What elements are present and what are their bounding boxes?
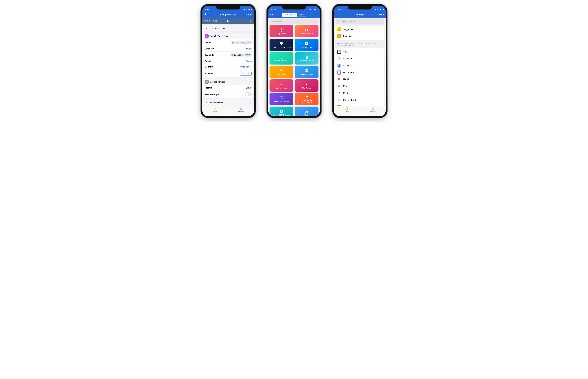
token-current-song[interactable]: 🎵 Current SongTitle: [231, 41, 252, 44]
bookmark-icon: [305, 82, 309, 86]
action-choose-from-list[interactable]: Choose from List ✕ Prompt Songs Select M…: [203, 79, 253, 98]
param-results[interactable]: Results Songs: [205, 58, 253, 64]
signal-icon: [374, 9, 376, 10]
action-search-itunes[interactable]: ★ Search iTunes Store ✕ Search 🎵 Current…: [203, 33, 253, 77]
add-workflow-button[interactable]: +: [316, 13, 318, 17]
seg-gallery[interactable]: Gallery: [297, 13, 306, 16]
list-row-scripting[interactable]: ⚙️Scripting›: [335, 104, 384, 106]
chevron-right-icon: ›: [382, 85, 382, 88]
star-icon: [279, 69, 283, 73]
list-row-documents[interactable]: 📄Documents›: [335, 69, 384, 76]
globe-icon: [279, 55, 283, 59]
list-row-calendar[interactable]: 📅Calendar›: [335, 55, 384, 62]
gear-icon: ⚙️: [337, 105, 341, 106]
undo-button[interactable]: Undo: [204, 19, 210, 22]
list-label: Suggested: [343, 28, 380, 31]
tab-workflow[interactable]: ☰ Workflow: [228, 106, 254, 113]
workflow-tile[interactable]: Workflow Timers: [295, 66, 319, 78]
redo-button[interactable]: Redo: [212, 19, 217, 22]
apps-icon: [337, 50, 341, 54]
wifi-icon: [245, 9, 247, 10]
workflow-tile[interactable]: Club Timers: [270, 66, 294, 78]
workflow-tile[interactable]: Storybot Article Request: [270, 39, 294, 51]
param-search[interactable]: Search 🎵 Current SongTitle: [205, 39, 253, 46]
token-current-song[interactable]: 🎵 Current SongArtist: [230, 53, 252, 57]
edit-button[interactable]: Edit: [270, 14, 274, 16]
list-row-photos-video[interactable]: 🌸Photos & Video›: [335, 97, 384, 104]
param-search-by[interactable]: Search By 🎵 Current SongArtist: [205, 52, 253, 58]
workflow-tile[interactable]: MacStories: [295, 79, 319, 92]
list-label: Health: [343, 78, 380, 81]
search-bar[interactable]: Search: [270, 19, 318, 24]
list-label: Maps: [343, 85, 380, 88]
footer-text: Suggested shows actions that make sense …: [334, 42, 386, 48]
action-title: Search iTunes Store: [210, 35, 248, 37]
close-icon[interactable]: ✕: [249, 34, 252, 38]
status-time: 7:25: [271, 9, 275, 11]
stepper-minus[interactable]: −: [240, 71, 246, 75]
play-button[interactable]: ▶: [227, 19, 229, 22]
list-icon: ☰: [240, 107, 243, 111]
settings-button[interactable]: [249, 19, 252, 22]
workflow-tile[interactable]: Resize Safari Image: [270, 52, 294, 64]
list-label: Contacts: [343, 64, 380, 67]
svg-point-2: [271, 21, 273, 22]
battery-icon: [380, 9, 383, 10]
param-prompt[interactable]: Prompt Songs: [205, 85, 253, 91]
tile-label: Weekly Links: [301, 46, 312, 48]
list-row-suggested[interactable]: 💡Suggested›: [335, 26, 384, 33]
workflow-tile[interactable]: Stop Timers: [270, 25, 294, 37]
workflow-tile[interactable]: Weekly Links: [295, 39, 319, 51]
done-button[interactable]: Done: [246, 14, 252, 16]
contacts-icon: 👤: [337, 63, 341, 68]
chevron-right-icon: ›: [382, 99, 382, 102]
search-icon: [271, 21, 273, 23]
seg-my-workflows[interactable]: My Workflows: [282, 13, 297, 16]
list-row-maps[interactable]: 🗺️Maps›: [335, 83, 384, 90]
share-button[interactable]: [204, 13, 207, 16]
doc-icon: [305, 55, 309, 59]
star-icon: ★: [205, 34, 209, 38]
search-actions-bar[interactable]: Search Actions: [335, 19, 384, 24]
wordpress-icon: [305, 109, 309, 113]
workflow-tile[interactable]: Combine Manual: [295, 25, 319, 37]
battery-icon: [248, 9, 252, 10]
param-country[interactable]: Country United States: [205, 64, 253, 70]
param-select-multiple: Select Multiple: [205, 91, 253, 98]
tile-label: Save DEVONimage: [273, 100, 290, 102]
list-label: Calendar: [343, 58, 380, 60]
close-icon[interactable]: ✕: [249, 26, 252, 30]
done-button[interactable]: Done: [378, 14, 384, 16]
workflow-tile[interactable]: Create Reference DEVONimage: [295, 93, 319, 105]
list-row-music[interactable]: 🎵Music›: [335, 90, 384, 97]
calendar-icon: 📅: [337, 57, 341, 61]
toggle-select-multiple[interactable]: [245, 92, 252, 96]
svg-point-5: [280, 42, 283, 45]
workflow-tile[interactable]: Save DEVONimage: [270, 93, 294, 105]
close-icon[interactable]: ✕: [249, 80, 252, 83]
photos-icon: 🌸: [337, 98, 341, 102]
tile-label: Create Reference DEVONimage: [295, 99, 319, 103]
list-row-apps[interactable]: Apps›: [335, 48, 384, 55]
action-add-to-playlist[interactable]: Add to Playlist ✕: [203, 99, 253, 106]
list-row-contacts[interactable]: 👤Contacts›: [335, 62, 384, 69]
tab-actions[interactable]: ✨ Actions: [202, 106, 228, 113]
item-stepper[interactable]: −+: [240, 71, 252, 76]
workflow-tile[interactable]: Upload Image: [270, 79, 294, 92]
action-get-current-song[interactable]: Get Current Song ✕: [203, 25, 253, 32]
workflow-grid: Stop TimersCombine ManualStorybot Articl…: [268, 25, 320, 116]
signal-icon: [308, 9, 310, 10]
svg-rect-14: [280, 83, 283, 85]
tab-workflow[interactable]: ☰ Workflow: [360, 106, 386, 113]
list-row-health[interactable]: ❤️Health›: [335, 76, 384, 83]
list-label: Favorites: [343, 35, 380, 38]
close-icon[interactable]: ✕: [249, 101, 252, 104]
stepper-plus[interactable]: +: [246, 71, 251, 75]
list-row-favorites[interactable]: ⭐Favorites›: [335, 33, 384, 40]
tile-label: Upload Image: [275, 87, 287, 89]
workflow-tile[interactable]: 🤖 Get Active Articles 🤖: [295, 52, 319, 64]
tab-actions[interactable]: ✨ Actions: [334, 106, 360, 113]
param-category[interactable]: Category Music: [205, 46, 253, 52]
svg-point-6: [281, 43, 281, 44]
infinity-icon: [305, 95, 309, 98]
